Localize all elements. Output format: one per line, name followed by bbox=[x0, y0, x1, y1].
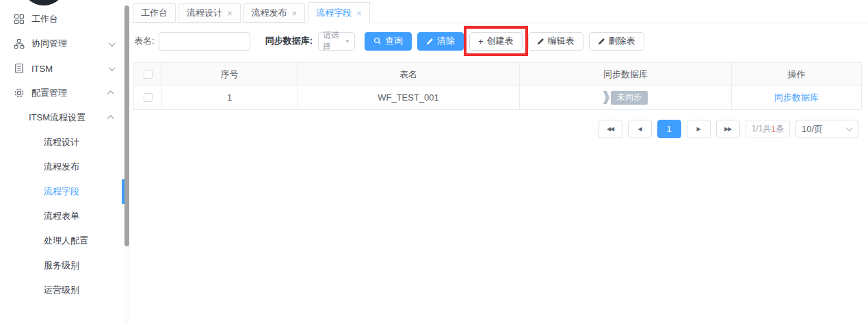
clear-button[interactable]: 清除 bbox=[417, 32, 464, 51]
tab-label: 流程字段 bbox=[316, 7, 352, 19]
query-button-label: 查询 bbox=[385, 35, 403, 47]
app-window: 工作台 协同管理 bbox=[0, 0, 868, 325]
next-page-button[interactable]: ▶ bbox=[687, 120, 711, 138]
sidebar-item-handler-config[interactable]: 处理人配置 bbox=[0, 229, 130, 253]
table-name-input[interactable] bbox=[159, 32, 250, 51]
close-icon[interactable]: × bbox=[292, 9, 298, 18]
summary-count: 1 bbox=[771, 125, 776, 134]
create-table-button-label: 创建表 bbox=[487, 35, 514, 47]
data-table: 序号 表名 同步数据库 操作 1 WF_TEST_001 未同步 同步数据库 bbox=[133, 62, 862, 110]
sync-db-select[interactable]: 请选择 ▼ bbox=[318, 32, 355, 51]
status-badge: 未同步 bbox=[603, 91, 648, 105]
sidebar-item-label: 配置管理 bbox=[31, 87, 67, 99]
sidebar-item-process-design[interactable]: 流程设计 bbox=[0, 130, 130, 155]
sidebar-item-label: 工作台 bbox=[31, 13, 58, 25]
column-header-sync: 同步数据库 bbox=[519, 63, 731, 86]
page-number-button[interactable]: 1 bbox=[657, 120, 681, 138]
filter-bar: 表名: 同步数据库: 请选择 ▼ 查询 清除 + 创建表 bbox=[130, 31, 868, 51]
tab-process-design[interactable]: 流程设计 × bbox=[179, 3, 241, 23]
row-checkbox[interactable] bbox=[144, 93, 153, 102]
document-icon bbox=[14, 63, 25, 74]
chevron-up-icon bbox=[107, 115, 114, 122]
gear-icon bbox=[14, 88, 25, 99]
sidebar-item-label: 流程表单 bbox=[44, 210, 79, 222]
tab-process-publish[interactable]: 流程发布 × bbox=[244, 3, 306, 23]
column-header-action: 操作 bbox=[731, 63, 861, 86]
sync-db-label: 同步数据库: bbox=[265, 35, 313, 47]
sidebar-item-label: 流程设计 bbox=[44, 136, 79, 148]
sidebar-group-itsm-process-settings[interactable]: ITSM流程设置 bbox=[0, 105, 130, 130]
sidebar-item-configuration[interactable]: 配置管理 bbox=[0, 81, 130, 105]
summary-prefix: 1/1共 bbox=[752, 123, 772, 135]
grid-icon bbox=[14, 14, 25, 25]
org-icon bbox=[14, 38, 25, 49]
tab-process-fields[interactable]: 流程字段 × bbox=[308, 2, 370, 24]
sidebar-item-process-fields[interactable]: 流程字段 bbox=[0, 179, 130, 204]
sidebar-item-process-forms[interactable]: 流程表单 bbox=[0, 204, 130, 229]
first-page-button[interactable]: ◀◀ bbox=[599, 120, 622, 138]
page-number: 1 bbox=[667, 124, 672, 134]
search-icon bbox=[373, 37, 382, 45]
cell-name: WF_TEST_001 bbox=[297, 86, 519, 109]
sidebar-scrollbar[interactable] bbox=[124, 5, 129, 246]
edit-table-button-label: 编辑表 bbox=[548, 35, 575, 47]
column-header-no: 序号 bbox=[161, 63, 297, 86]
sidebar-item-workbench[interactable]: 工作台 bbox=[0, 7, 130, 31]
prev-page-icon: ◀ bbox=[638, 126, 642, 132]
prev-page-button[interactable]: ◀ bbox=[628, 120, 652, 138]
sidebar-item-label: 流程字段 bbox=[44, 185, 79, 198]
table-row: 1 WF_TEST_001 未同步 同步数据库 bbox=[134, 86, 861, 109]
last-page-icon: ▶▶ bbox=[724, 126, 731, 132]
delete-table-button-label: 删除表 bbox=[609, 35, 635, 47]
page-summary: 1/1共1条 bbox=[746, 120, 790, 138]
sync-database-link[interactable]: 同步数据库 bbox=[774, 92, 819, 104]
plus-icon: + bbox=[478, 36, 484, 47]
sidebar-item-operation-level[interactable]: 运营级别 bbox=[0, 278, 130, 302]
sidebar-item-collaboration[interactable]: 协同管理 bbox=[0, 31, 130, 56]
sidebar-group-label: ITSM流程设置 bbox=[29, 112, 86, 124]
page-size-select[interactable]: 10/页 bbox=[795, 120, 858, 138]
table-name-label: 表名: bbox=[134, 35, 155, 47]
sidebar: 工作台 协同管理 bbox=[0, 0, 130, 325]
sidebar-item-label: 服务级别 bbox=[44, 259, 79, 272]
caret-down-icon: ▼ bbox=[345, 38, 350, 44]
first-page-icon: ◀◀ bbox=[607, 126, 614, 132]
cell-no: 1 bbox=[161, 86, 297, 109]
select-placeholder: 请选择 bbox=[323, 29, 345, 53]
sidebar-item-label: 协同管理 bbox=[31, 38, 67, 50]
select-all-checkbox[interactable] bbox=[144, 70, 153, 79]
close-icon[interactable]: × bbox=[227, 9, 233, 18]
page-size-value: 10/页 bbox=[802, 123, 823, 135]
query-button[interactable]: 查询 bbox=[365, 32, 412, 51]
last-page-button[interactable]: ▶▶ bbox=[716, 120, 740, 138]
sidebar-item-label: 运营级别 bbox=[44, 284, 79, 296]
chevron-down-icon bbox=[109, 64, 116, 71]
tab-label: 工作台 bbox=[141, 7, 168, 19]
main-content: 工作台 流程设计 × 流程发布 × 流程字段 × 表名: 同步数据库: 请选择 … bbox=[130, 0, 868, 325]
close-icon[interactable]: × bbox=[356, 9, 362, 18]
ribbon-tail-icon bbox=[603, 91, 609, 104]
next-page-icon: ▶ bbox=[697, 126, 700, 132]
clear-button-label: 清除 bbox=[437, 35, 455, 47]
sidebar-item-label: 流程发布 bbox=[44, 161, 79, 173]
chevron-up-icon bbox=[107, 90, 114, 97]
table-header-row: 序号 表名 同步数据库 操作 bbox=[134, 63, 861, 86]
delete-table-button[interactable]: 删除表 bbox=[589, 32, 644, 51]
sidebar-item-label: ITSM bbox=[31, 64, 53, 74]
tab-label: 流程设计 bbox=[187, 7, 222, 19]
tab-label: 流程发布 bbox=[252, 7, 287, 19]
sidebar-item-label: 处理人配置 bbox=[44, 235, 88, 247]
tab-workbench[interactable]: 工作台 bbox=[133, 3, 176, 23]
summary-suffix: 条 bbox=[776, 123, 784, 135]
sidebar-nav: 工作台 协同管理 bbox=[0, 7, 130, 302]
sidebar-item-itsm[interactable]: ITSM bbox=[0, 56, 130, 81]
logo bbox=[21, 0, 66, 5]
edit-table-button[interactable]: 编辑表 bbox=[528, 32, 583, 51]
create-table-button[interactable]: + 创建表 bbox=[469, 32, 523, 51]
tab-bar: 工作台 流程设计 × 流程发布 × 流程字段 × bbox=[130, 0, 868, 23]
chevron-down-icon bbox=[109, 40, 116, 47]
pencil-icon bbox=[598, 38, 605, 45]
sidebar-item-service-level[interactable]: 服务级别 bbox=[0, 253, 130, 278]
sidebar-item-process-publish[interactable]: 流程发布 bbox=[0, 155, 130, 179]
chevron-down-icon bbox=[846, 125, 853, 131]
